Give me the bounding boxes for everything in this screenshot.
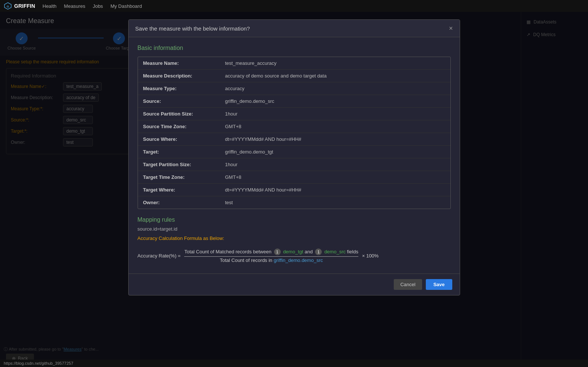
table-row-7: Target: griffin_demo.demo_tgt (138, 146, 450, 158)
formula-multiplier: × 100% (362, 253, 378, 259)
modal-header: Save the measure with the below informat… (129, 20, 460, 37)
basic-info-title: Basic information (138, 45, 451, 51)
formula-fraction: Total Count of Matched records between 1… (184, 249, 358, 263)
table-val-0: test_measure_accuracy (225, 60, 277, 66)
table-row-10: Target Where: dt=#YYYYMMdd# AND hour=#HH… (138, 184, 450, 196)
svg-text:G: G (7, 5, 9, 8)
table-val-4: 1hour (225, 111, 238, 117)
nav-items: Health Measures Jobs My Dashboard (43, 3, 142, 9)
tag1-label: demo_tgt (283, 249, 303, 254)
table-key-0: Measure Name: (143, 60, 225, 66)
table-row-5: Source Time Zone: GMT+8 (138, 120, 450, 133)
modal-footer: Cancel Save (129, 273, 460, 295)
mapping-section: Mapping rules source.id=target.id Accura… (138, 216, 451, 266)
formula-prefix: Accuracy Rate(%) = (138, 253, 181, 259)
mapping-title: Mapping rules (138, 216, 451, 223)
table-val-11: test (225, 200, 233, 205)
table-row-2: Measure Type: accuracy (138, 82, 450, 95)
formula-label: Accuracy Calculation Formula as Below: (138, 235, 451, 241)
table-val-3: griffin_demo.demo_src (225, 98, 274, 104)
nav-logo-text: GRIFFIN (14, 3, 35, 9)
modal-body: Basic information Measure Name: test_mea… (129, 37, 460, 273)
badge-2: 1 (315, 249, 322, 255)
table-row-3: Source: griffin_demo.demo_src (138, 95, 450, 108)
badge-1: 1 (274, 249, 281, 255)
tag2-label: demo_src (324, 249, 346, 254)
mapping-rule: source.id=target.id (138, 226, 451, 232)
table-row-4: Source Partition Size: 1hour (138, 108, 450, 120)
nav-dashboard[interactable]: My Dashboard (110, 3, 142, 9)
modal-title: Save the measure with the below informat… (135, 25, 250, 32)
table-key-1: Measure Description: (143, 73, 225, 79)
table-row-9: Target Time Zone: GMT+8 (138, 171, 450, 184)
table-key-11: Owner: (143, 200, 225, 205)
fraction-numerator: Total Count of Matched records between 1… (184, 249, 358, 257)
nav-health[interactable]: Health (43, 3, 57, 9)
nav-measures[interactable]: Measures (64, 3, 85, 9)
table-val-6: dt=#YYYYMMdd# AND hour=#HH# (225, 136, 302, 142)
table-row-1: Measure Description: accuracy of demo so… (138, 70, 450, 82)
table-row-6: Source Where: dt=#YYYYMMdd# AND hour=#HH… (138, 133, 450, 146)
table-row-11: Owner: test (138, 196, 450, 209)
table-key-9: Target Time Zone: (143, 174, 225, 180)
cancel-button[interactable]: Cancel (394, 279, 422, 290)
formula-container: Accuracy Rate(%) = Total Count of Matche… (138, 246, 451, 266)
main-layout: Create Measure ✓ Choose Source ✓ Choose … (0, 12, 588, 367)
table-key-3: Source: (143, 98, 225, 104)
top-nav: G GRIFFIN Health Measures Jobs My Dashbo… (0, 0, 588, 12)
table-key-6: Source Where: (143, 136, 225, 142)
table-val-7: griffin_demo.demo_tgt (225, 149, 273, 155)
griffin-icon: G (4, 2, 12, 10)
fields-text: fields (347, 249, 358, 254)
table-key-4: Source Partition Size: (143, 111, 225, 117)
table-row-0: Measure Name: test_measure_accuracy (138, 57, 450, 70)
denominator-link: griffin_demo.demo_src (274, 257, 323, 263)
fraction-denominator: Total Count of records in griffin_demo.d… (220, 257, 323, 263)
table-key-2: Measure Type: (143, 86, 225, 91)
info-table: Measure Name: test_measure_accuracy Meas… (138, 57, 451, 209)
table-row-8: Target Partition Size: 1hour (138, 158, 450, 171)
table-val-1: accuracy of demo source and demo target … (225, 73, 327, 79)
table-key-8: Target Partition Size: (143, 162, 225, 167)
status-url: https://blog.csdn.net/github_39577257 (4, 361, 73, 366)
table-val-2: accuracy (225, 86, 245, 91)
table-key-10: Target Where: (143, 187, 225, 193)
table-key-5: Source Time Zone: (143, 124, 225, 129)
nav-jobs[interactable]: Jobs (93, 3, 103, 9)
modal-dialog: Save the measure with the below informat… (128, 19, 460, 295)
modal-close-button[interactable]: × (449, 25, 453, 32)
table-val-5: GMT+8 (225, 124, 242, 129)
save-button[interactable]: Save (426, 279, 452, 290)
table-val-10: dt=#YYYYMMdd# AND hour=#HH# (225, 187, 302, 193)
status-bar: https://blog.csdn.net/github_39577257 (0, 360, 588, 367)
table-key-7: Target: (143, 149, 225, 155)
nav-logo: G GRIFFIN (4, 2, 35, 10)
table-val-8: 1hour (225, 162, 238, 167)
modal-overlay: Save the measure with the below informat… (0, 12, 588, 367)
table-val-9: GMT+8 (225, 174, 242, 180)
